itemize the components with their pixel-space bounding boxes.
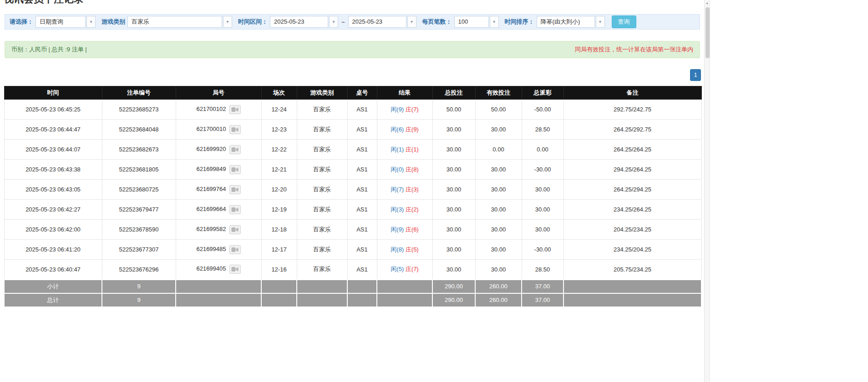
video-replay-icon[interactable] [229, 165, 241, 174]
total-bet-cell[interactable]: 30.00 [432, 140, 475, 160]
footer-empty-cell [261, 293, 297, 307]
result-banker: 庄(3) [406, 186, 419, 193]
session-cell: 12-23 [261, 120, 297, 140]
video-replay-icon[interactable] [229, 105, 241, 114]
session-cell: 12-19 [261, 200, 297, 220]
filter-bar: 请选择： 日期查询 ▾ 游戏类别 百家乐 ▾ 时间区间： 2025-05-23 … [5, 14, 700, 30]
table-number-cell: AS1 [347, 200, 377, 220]
chevron-down-icon[interactable]: ▾ [407, 16, 416, 28]
query-button[interactable]: 查询 [612, 15, 636, 28]
table-row: 2025-05-23 06:42:27522523679477621699664… [4, 200, 701, 220]
footer-empty-cell [563, 280, 701, 293]
total-bet-cell[interactable]: 50.00 [432, 100, 475, 120]
time-cell: 2025-05-23 06:42:00 [4, 220, 102, 240]
date-from-value[interactable]: 2025-05-23 [270, 16, 328, 28]
bets-table: 时间注单编号局号场次游戏类别桌号结果总投注有效投注总派彩备注 2025-05-2… [4, 86, 702, 307]
chevron-down-icon[interactable]: ▾ [223, 16, 232, 28]
game-category-combo: 百家乐 ▾ [127, 16, 232, 28]
total-bet-cell[interactable]: 30.00 [432, 260, 475, 280]
video-replay-icon[interactable] [229, 265, 241, 274]
per-page-combo: 100 ▾ [454, 16, 499, 28]
time-cell: 2025-05-23 06:44:07 [4, 140, 102, 160]
column-header: 时间 [4, 86, 102, 100]
video-replay-icon[interactable] [229, 185, 241, 194]
payout-cell: 28.50 [522, 120, 563, 140]
chevron-down-icon[interactable]: ▾ [329, 16, 338, 28]
summary-text: 币别：人民币 | 总共 :9 注单 | [11, 45, 87, 54]
time-range-label: 时间区间： [238, 18, 268, 26]
column-header: 注单编号 [102, 86, 176, 100]
time-sort-value[interactable]: 降幂(由大到小) [537, 16, 595, 28]
game-category-cell: 百家乐 [297, 240, 347, 260]
date-to-value[interactable]: 2025-05-23 [348, 16, 406, 28]
table-number-cell: AS1 [347, 120, 377, 140]
valid-bet-cell: 30.00 [475, 160, 522, 180]
range-separator: ~ [340, 19, 346, 25]
round-number: 621699849 [196, 166, 226, 172]
table-number-cell: AS1 [347, 260, 377, 280]
scrollbar-thumb[interactable] [706, 7, 710, 58]
footer-empty-cell [176, 293, 261, 307]
column-header: 桌号 [347, 86, 377, 100]
table-row: 2025-05-23 06:43:05522523680725621699764… [4, 180, 701, 200]
result-player: 闲(8) [391, 246, 404, 253]
total-bet-cell[interactable]: 30.00 [432, 120, 475, 140]
per-page-value[interactable]: 100 [454, 16, 489, 28]
round-cell: 621699582 [176, 220, 261, 240]
total-bet-cell[interactable]: 30.00 [432, 160, 475, 180]
payout-cell: -30.00 [522, 240, 563, 260]
total-bet-cell[interactable]: 30.00 [432, 180, 475, 200]
vertical-scrollbar[interactable]: ▲ [704, 0, 710, 382]
total-bet-cell[interactable]: 30.00 [432, 220, 475, 240]
round-cell: 621699664 [176, 200, 261, 220]
round-number: 621699405 [196, 266, 226, 272]
remark-cell: 234.25/204.25 [563, 240, 701, 260]
result-banker: 庄(2) [406, 206, 419, 213]
page-1-button[interactable]: 1 [690, 69, 701, 81]
video-replay-icon[interactable] [229, 225, 241, 234]
video-replay-icon[interactable] [229, 245, 241, 254]
chevron-down-icon[interactable]: ▾ [596, 16, 605, 28]
session-cell: 12-16 [261, 260, 297, 280]
game-category-cell: 百家乐 [297, 140, 347, 160]
remark-cell: 264.25/292.75 [563, 120, 701, 140]
footer-empty-cell [347, 280, 377, 293]
chevron-down-icon[interactable]: ▾ [490, 16, 499, 28]
result-cell: 闲(6) 庄(9) [377, 120, 432, 140]
subtotal-payout: 37.00 [522, 280, 563, 293]
result-player: 闲(9) [391, 226, 404, 233]
table-row: 2025-05-23 06:44:47522523684048621700010… [4, 120, 701, 140]
query-type-value[interactable]: 日期查询 [36, 16, 86, 28]
total-bet-cell[interactable]: 30.00 [432, 200, 475, 220]
footer-empty-cell [347, 293, 377, 307]
grand-total-row: 总计 9 290.00 260.00 37.00 [4, 293, 701, 307]
time-cell: 2025-05-23 06:45:25 [4, 100, 102, 120]
round-cell: 621700010 [176, 120, 261, 140]
valid-bet-cell: 30.00 [475, 180, 522, 200]
result-banker: 庄(5) [406, 246, 419, 253]
video-replay-icon[interactable] [229, 205, 241, 214]
result-banker: 庄(7) [406, 106, 419, 113]
table-number-cell: AS1 [347, 180, 377, 200]
table-row: 2025-05-23 06:40:47522523676296621699405… [4, 260, 701, 280]
payout-cell: -30.00 [522, 160, 563, 180]
game-category-value[interactable]: 百家乐 [127, 16, 222, 28]
bet-id-cell: 522523676296 [102, 260, 176, 280]
result-banker: 庄(7) [406, 266, 419, 272]
table-number-cell: AS1 [347, 160, 377, 180]
video-replay-icon[interactable] [229, 125, 241, 134]
footer-empty-cell [297, 293, 347, 307]
round-number: 621699764 [196, 186, 226, 192]
video-replay-icon[interactable] [229, 145, 241, 154]
time-cell: 2025-05-23 06:43:05 [4, 180, 102, 200]
payout-cell: 28.50 [522, 260, 563, 280]
result-player: 闲(9) [391, 106, 404, 113]
total-bet-cell[interactable]: 30.00 [432, 240, 475, 260]
round-number: 621700102 [196, 106, 226, 112]
valid-bet-cell: 30.00 [475, 220, 522, 240]
footer-empty-cell [297, 280, 347, 293]
scroll-up-icon[interactable]: ▲ [705, 0, 710, 6]
per-page-label: 每页笔数： [422, 18, 452, 26]
column-header: 备注 [563, 86, 701, 100]
chevron-down-icon[interactable]: ▾ [86, 16, 96, 28]
